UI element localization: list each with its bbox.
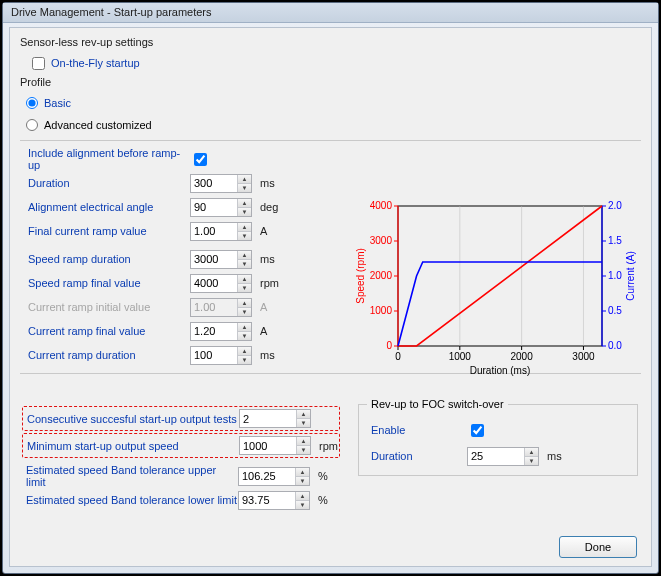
- spin-down-icon[interactable]: ▼: [238, 232, 251, 240]
- svg-text:1.0: 1.0: [608, 270, 622, 281]
- spin-up-icon[interactable]: ▲: [238, 251, 251, 260]
- on-the-fly-checkbox[interactable]: [32, 57, 45, 70]
- current-ramp-initial-unit: A: [252, 301, 267, 313]
- alignment-duration-input[interactable]: [191, 175, 237, 192]
- on-the-fly-label: On-the-Fly startup: [51, 57, 140, 69]
- switchover-group: Rev-up to FOC switch-over Enable Duratio…: [358, 404, 638, 476]
- current-ramp-final-label: Current ramp final value: [20, 325, 190, 337]
- sensorless-settings-title: Sensor-less rev-up settings: [20, 36, 641, 48]
- current-ramp-duration-label: Current ramp duration: [20, 349, 190, 361]
- consec-tests-spinner[interactable]: ▲▼: [239, 409, 311, 428]
- current-ramp-initial-label: Current ramp initial value: [20, 301, 190, 313]
- spin-up-icon[interactable]: ▲: [296, 492, 309, 501]
- profile-basic-label: Basic: [44, 97, 71, 109]
- spin-up-icon[interactable]: ▲: [238, 275, 251, 284]
- band-upper-label: Estimated speed Band tolerance upper lim…: [20, 464, 238, 488]
- profile-advanced-radio[interactable]: [26, 119, 38, 131]
- switchover-enable-label: Enable: [367, 424, 467, 436]
- speed-ramp-final-spinner[interactable]: ▲▼: [190, 274, 252, 293]
- final-current-spinner[interactable]: ▲▼: [190, 222, 252, 241]
- spin-down-icon[interactable]: ▼: [297, 419, 310, 427]
- spin-down-icon[interactable]: ▼: [238, 184, 251, 192]
- svg-text:1000: 1000: [449, 351, 472, 362]
- profile-title: Profile: [20, 76, 641, 88]
- spin-down-icon[interactable]: ▼: [238, 284, 251, 292]
- spin-up-icon: ▲: [238, 299, 251, 308]
- switchover-duration-spinner[interactable]: ▲▼: [467, 447, 539, 466]
- alignment-angle-unit: deg: [252, 201, 278, 213]
- speed-ramp-duration-label: Speed ramp duration: [20, 253, 190, 265]
- alignment-angle-input[interactable]: [191, 199, 237, 216]
- svg-text:2000: 2000: [511, 351, 534, 362]
- svg-text:1000: 1000: [370, 305, 393, 316]
- spin-down-icon[interactable]: ▼: [238, 208, 251, 216]
- alignment-duration-unit: ms: [252, 177, 275, 189]
- svg-text:0: 0: [395, 351, 401, 362]
- switchover-duration-input[interactable]: [468, 448, 524, 465]
- window-title: Drive Management - Start-up parameters: [11, 6, 212, 18]
- svg-text:1.5: 1.5: [608, 235, 622, 246]
- spin-down-icon[interactable]: ▼: [297, 446, 310, 454]
- band-upper-spinner[interactable]: ▲▼: [238, 467, 310, 486]
- client-area: Sensor-less rev-up settings On-the-Fly s…: [9, 27, 652, 567]
- spin-up-icon[interactable]: ▲: [297, 437, 310, 446]
- min-speed-label: Minimum start-up output speed: [27, 440, 239, 452]
- svg-text:Speed (rpm): Speed (rpm): [355, 248, 366, 304]
- svg-text:0.5: 0.5: [608, 305, 622, 316]
- svg-text:2.0: 2.0: [608, 200, 622, 211]
- spin-down-icon[interactable]: ▼: [525, 457, 538, 465]
- spin-up-icon[interactable]: ▲: [297, 410, 310, 419]
- spin-down-icon[interactable]: ▼: [296, 477, 309, 485]
- include-alignment-checkbox[interactable]: [194, 153, 207, 166]
- band-lower-spinner[interactable]: ▲▼: [238, 491, 310, 510]
- spin-up-icon[interactable]: ▲: [238, 323, 251, 332]
- band-lower-label: Estimated speed Band tolerance lower lim…: [20, 494, 238, 506]
- speed-ramp-duration-spinner[interactable]: ▲▼: [190, 250, 252, 269]
- consec-tests-label: Consecutive succesful start-up output te…: [27, 413, 239, 425]
- speed-ramp-final-unit: rpm: [252, 277, 279, 289]
- title-bar: Drive Management - Start-up parameters: [3, 3, 658, 23]
- consec-tests-input[interactable]: [240, 410, 296, 427]
- min-speed-unit: rpm: [311, 440, 338, 452]
- band-upper-input[interactable]: [239, 468, 295, 485]
- alignment-angle-spinner[interactable]: ▲▼: [190, 198, 252, 217]
- min-speed-spinner[interactable]: ▲▼: [239, 436, 311, 455]
- alignment-duration-spinner[interactable]: ▲▼: [190, 174, 252, 193]
- switchover-enable-checkbox[interactable]: [471, 424, 484, 437]
- svg-text:2000: 2000: [370, 270, 393, 281]
- current-ramp-duration-input[interactable]: [191, 347, 237, 364]
- spin-up-icon[interactable]: ▲: [238, 223, 251, 232]
- spin-down-icon[interactable]: ▼: [296, 501, 309, 509]
- switchover-duration-unit: ms: [539, 450, 562, 462]
- spin-down-icon[interactable]: ▼: [238, 332, 251, 340]
- final-current-input[interactable]: [191, 223, 237, 240]
- spin-up-icon[interactable]: ▲: [296, 468, 309, 477]
- final-current-label: Final current ramp value: [20, 225, 190, 237]
- current-ramp-duration-spinner[interactable]: ▲▼: [190, 346, 252, 365]
- min-speed-input[interactable]: [240, 437, 296, 454]
- current-ramp-initial-spinner: ▲▼: [190, 298, 252, 317]
- svg-text:3000: 3000: [370, 235, 393, 246]
- done-button[interactable]: Done: [559, 536, 637, 558]
- current-ramp-final-spinner[interactable]: ▲▼: [190, 322, 252, 341]
- band-lower-input[interactable]: [239, 492, 295, 509]
- current-ramp-final-input[interactable]: [191, 323, 237, 340]
- svg-text:4000: 4000: [370, 200, 393, 211]
- profile-basic-radio[interactable]: [26, 97, 38, 109]
- speed-ramp-final-input[interactable]: [191, 275, 237, 292]
- spin-down-icon[interactable]: ▼: [238, 356, 251, 364]
- spin-up-icon[interactable]: ▲: [238, 199, 251, 208]
- spin-up-icon[interactable]: ▲: [238, 347, 251, 356]
- include-alignment-label: Include alignment before ramp-up: [20, 147, 190, 171]
- content: Sensor-less rev-up settings On-the-Fly s…: [20, 36, 641, 530]
- current-ramp-final-unit: A: [252, 325, 267, 337]
- svg-text:0.0: 0.0: [608, 340, 622, 351]
- speed-ramp-duration-input[interactable]: [191, 251, 237, 268]
- svg-text:0: 0: [386, 340, 392, 351]
- spin-down-icon: ▼: [238, 308, 251, 316]
- spin-up-icon[interactable]: ▲: [525, 448, 538, 457]
- spin-down-icon[interactable]: ▼: [238, 260, 251, 268]
- spin-up-icon[interactable]: ▲: [238, 175, 251, 184]
- switchover-title: Rev-up to FOC switch-over: [367, 398, 508, 410]
- switchover-duration-label: Duration: [367, 450, 467, 462]
